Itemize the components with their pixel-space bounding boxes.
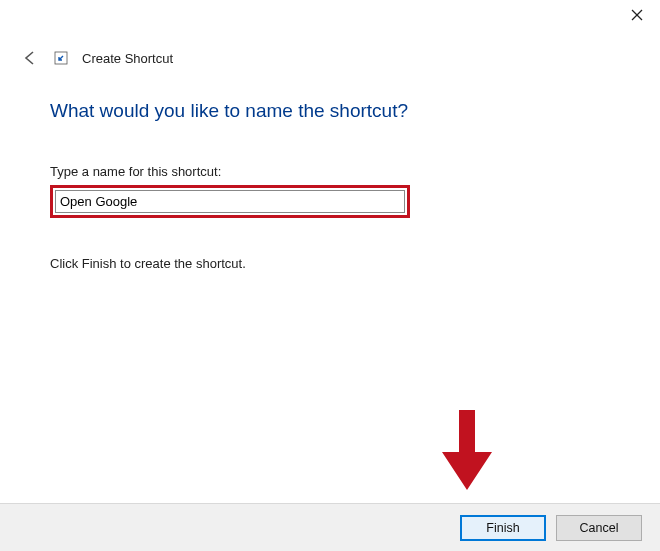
shortcut-icon [54,51,68,65]
shortcut-name-label: Type a name for this shortcut: [50,164,620,179]
titlebar [0,0,660,30]
shortcut-name-input[interactable] [55,190,405,213]
wizard-title: Create Shortcut [82,51,173,66]
shortcut-name-highlight [50,185,410,218]
wizard-hint: Click Finish to create the shortcut. [50,256,620,271]
wizard-header: Create Shortcut [20,48,173,68]
wizard-heading: What would you like to name the shortcut… [50,100,620,122]
wizard-body: What would you like to name the shortcut… [50,100,620,271]
back-button[interactable] [20,48,40,68]
annotation-arrow [442,410,492,490]
finish-button[interactable]: Finish [460,515,546,541]
arrow-left-icon [22,50,38,66]
close-button[interactable] [614,0,660,30]
cancel-button[interactable]: Cancel [556,515,642,541]
close-icon [631,9,643,21]
wizard-footer: Finish Cancel [0,503,660,551]
